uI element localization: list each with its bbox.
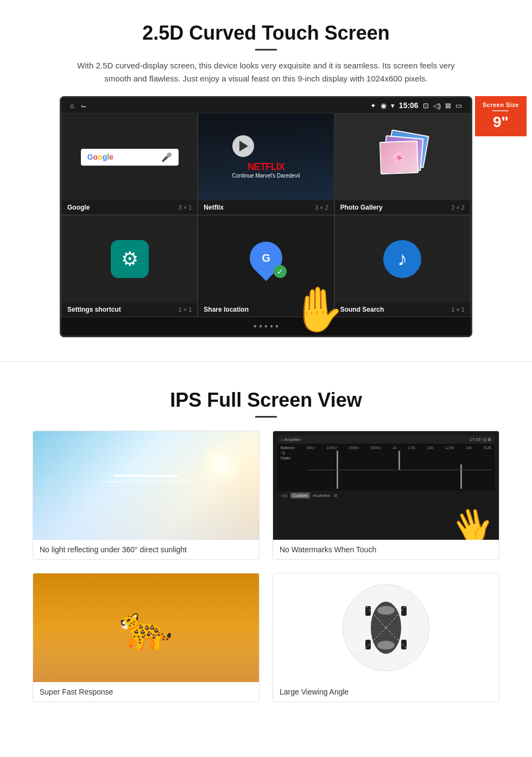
car-label: Large Viewing Angle	[273, 682, 499, 702]
device-container: ⌂ ⌙ ✦ ◉ ▾ 15:06 ⊡ ◁) ⊠ ▭	[60, 96, 472, 337]
google-label: Google	[67, 204, 90, 211]
signal-icon: ⊠	[445, 102, 451, 110]
window-icon: ▭	[455, 102, 462, 110]
title-divider-1	[255, 49, 277, 51]
sound-search-label: Sound Search	[340, 306, 384, 313]
location-icon: ◉	[381, 102, 387, 110]
section-curved: 2.5D Curved Touch Screen With 2.5D curve…	[0, 0, 532, 356]
netflix-cell-top: NETFLIX Continue Marvel's Daredevil	[198, 113, 333, 200]
car-windshield-front	[377, 606, 395, 615]
share-location-top: G ✓ 🤚	[198, 216, 333, 302]
camera-icon: ⊡	[423, 102, 429, 110]
google-cell-top: Google 🎤	[62, 113, 197, 200]
settings-label: Settings shortcut	[67, 306, 121, 313]
screen-badge-title: Screen Size	[483, 102, 519, 108]
mic-icon[interactable]: 🎤	[161, 152, 172, 162]
hand-pointing-icon: 🤚	[290, 284, 345, 335]
netflix-label: Netflix	[204, 204, 224, 211]
photo-stack: 🌸	[378, 133, 427, 181]
app-cell-google[interactable]: Google 🎤 Google 3 × 1	[61, 113, 198, 215]
google-maps-g: G	[262, 251, 270, 264]
photo-gallery-label: Photo Gallery	[340, 204, 383, 211]
car-image	[273, 573, 499, 682]
section1-title: 2.5D Curved Touch Screen	[33, 22, 499, 45]
settings-gear-icon: ⚙	[121, 248, 138, 270]
car-circle	[343, 584, 429, 671]
netflix-subtitle: Continue Marvel's Daredevil	[232, 173, 300, 179]
car-top-view-svg	[353, 595, 419, 660]
app-cell-sound-search[interactable]: ♪ Sound Search 1 × 1	[334, 215, 471, 317]
sunlight-image	[33, 431, 259, 540]
app-cell-settings[interactable]: ⚙ Settings shortcut 1 × 1	[61, 215, 198, 317]
app-cell-share-location[interactable]: G ✓ 🤚	[198, 215, 334, 317]
car-wheel-rl	[365, 640, 371, 649]
volume-icon: ◁)	[433, 102, 441, 110]
google-size: 3 × 1	[179, 204, 192, 211]
sunlight-label: No light reflecting under 360° direct su…	[33, 540, 259, 559]
photo-gallery-bottom: Photo Gallery 2 × 2	[335, 200, 470, 215]
page-wrapper: 2.5D Curved Touch Screen With 2.5D curve…	[0, 0, 532, 718]
netflix-logo: NETFLIX	[232, 161, 300, 173]
cheetah-image: 🐆	[33, 573, 259, 682]
status-right: ✦ ◉ ▾ 15:06 ⊡ ◁) ⊠ ▭	[370, 101, 462, 110]
play-triangle-icon	[239, 141, 248, 152]
dots-indicator: • • • • •	[61, 317, 471, 336]
cheetah-emoji: 🐆	[119, 602, 173, 653]
share-location-label: Share location	[204, 306, 249, 313]
status-bar: ⌂ ⌙ ✦ ◉ ▾ 15:06 ⊡ ◁) ⊠ ▭	[61, 98, 471, 113]
screen-badge-size: 9"	[483, 113, 519, 131]
settings-cell-bottom: Settings shortcut 1 × 1	[62, 302, 197, 317]
music-note-icon: ♪	[397, 248, 407, 270]
photo-card-3: 🌸	[379, 141, 419, 174]
feature-card-cheetah: 🐆 Super Fast Response	[33, 573, 259, 702]
photo-gallery-size: 2 × 2	[451, 204, 465, 211]
device-mockup-wrapper: ⌂ ⌙ ✦ ◉ ▾ 15:06 ⊡ ◁) ⊠ ▭	[60, 96, 472, 339]
sound-search-bottom: Sound Search 1 × 1	[335, 302, 470, 317]
feature-card-sunlight: No light reflecting under 360° direct su…	[33, 431, 259, 560]
app-cell-netflix[interactable]: NETFLIX Continue Marvel's Daredevil Netf…	[198, 113, 334, 215]
netflix-bg: NETFLIX Continue Marvel's Daredevil	[198, 113, 333, 200]
app-grid-row2: ⚙ Settings shortcut 1 × 1	[61, 215, 471, 317]
settings-size: 1 × 1	[179, 306, 192, 313]
google-search-bar[interactable]: Google 🎤	[81, 149, 179, 166]
sound-search-top: ♪	[335, 216, 470, 302]
title-divider-2	[255, 416, 277, 418]
features-grid: No light reflecting under 360° direct su…	[33, 431, 499, 702]
section2-title: IPS Full Screen View	[33, 389, 499, 412]
settings-icon-bg: ⚙	[111, 240, 149, 278]
feature-card-amplifier: ⌂ Amplifier 17:33 ◁) ⊠ Balance ◁) Fader	[273, 431, 499, 560]
car-wheel-fr	[401, 606, 407, 616]
hand-touch-icon: 🖐	[447, 501, 499, 540]
car-wheel-fl	[365, 606, 371, 616]
sound-search-size: 1 × 1	[451, 306, 465, 313]
bluetooth-icon: ✦	[370, 102, 376, 110]
wifi-icon: ▾	[391, 102, 395, 110]
netflix-cell-bottom: Netflix 3 × 2	[198, 200, 333, 215]
google-cell-bottom: Google 3 × 1	[62, 200, 197, 215]
sound-search-icon-bg: ♪	[383, 240, 421, 278]
photo-gallery-top: 🌸	[335, 113, 470, 200]
app-grid-row1: Google 🎤 Google 3 × 1	[61, 113, 471, 215]
status-left: ⌂ ⌙	[70, 102, 87, 110]
screen-badge-divider	[492, 110, 509, 111]
app-cell-photo-gallery[interactable]: 🌸 Photo Gallery 2 × 2	[334, 113, 471, 215]
settings-cell-top: ⚙	[62, 216, 197, 302]
device-screen: ⌂ ⌙ ✦ ◉ ▾ 15:06 ⊡ ◁) ⊠ ▭	[60, 96, 472, 337]
netflix-play-button[interactable]	[232, 135, 254, 157]
amplifier-image: ⌂ Amplifier 17:33 ◁) ⊠ Balance ◁) Fader	[273, 431, 499, 540]
car-windshield-rear	[377, 641, 395, 649]
google-logo: Google	[87, 153, 113, 161]
netflix-size: 3 × 2	[315, 204, 328, 211]
cheetah-label: Super Fast Response	[33, 682, 259, 702]
section1-desc: With 2.5D curved-display screen, this de…	[76, 59, 456, 85]
home-icon[interactable]: ⌂	[70, 102, 74, 110]
car-wheel-rr	[401, 640, 407, 649]
amplifier-label: No Watermarks When Touch	[273, 540, 499, 559]
section-divider	[0, 361, 532, 362]
feature-card-car: Large Viewing Angle	[273, 573, 499, 702]
usb-icon: ⌙	[81, 102, 87, 110]
status-time: 15:06	[399, 101, 419, 110]
section-ips: IPS Full Screen View No light reflecting…	[0, 367, 532, 718]
screen-size-badge: Screen Size 9"	[475, 96, 527, 136]
